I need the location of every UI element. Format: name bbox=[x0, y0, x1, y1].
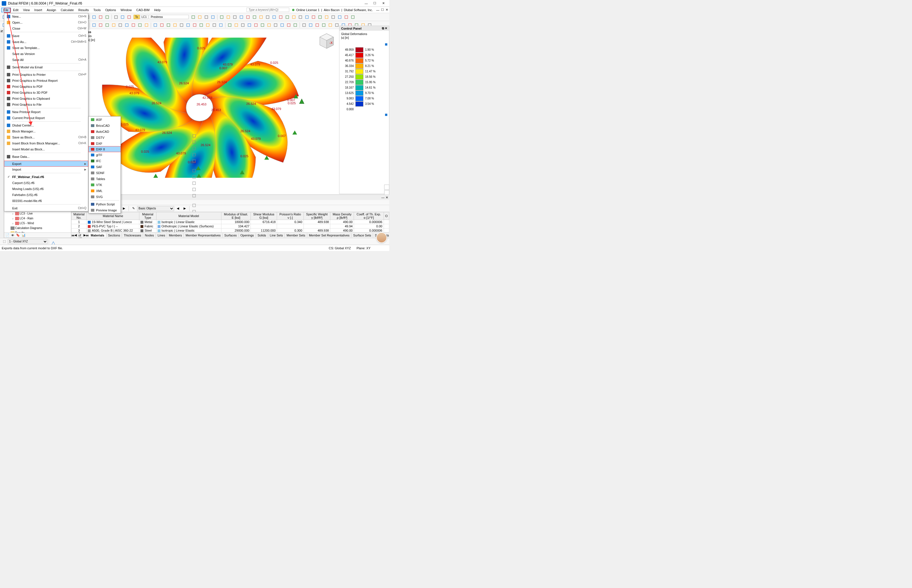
toolbar-button[interactable] bbox=[265, 14, 271, 20]
toolbar-button[interactable] bbox=[314, 22, 320, 28]
table-tab[interactable]: Nodes bbox=[143, 233, 156, 237]
table-toolbar-button[interactable] bbox=[191, 133, 197, 139]
file-menu-item[interactable]: Carport (US).rf6 bbox=[4, 180, 88, 186]
export-item-svg[interactable]: SVG bbox=[89, 194, 121, 200]
file-menu-item[interactable]: Send Model via Email bbox=[4, 64, 88, 70]
toolbar-button[interactable] bbox=[210, 14, 216, 20]
toolbar-button[interactable] bbox=[159, 22, 165, 28]
export-item-dstv[interactable]: DSTV bbox=[89, 134, 121, 141]
export-item-tables[interactable]: Tables bbox=[89, 176, 121, 182]
toolbar-button[interactable] bbox=[286, 22, 292, 28]
col-header[interactable]: MaterialNo. bbox=[71, 212, 87, 220]
file-menu-item[interactable]: Current Printout Report bbox=[4, 115, 88, 121]
export-submenu[interactable]: ASFBricsCADAutoCADDSTVDXFDXF IIglTFIFCSA… bbox=[88, 116, 121, 213]
file-menu-item[interactable]: Print Graphics to PrinterCtrl+P bbox=[4, 71, 88, 78]
nav-bottom-icon[interactable]: 📊 bbox=[22, 233, 26, 237]
cs-icon[interactable]: ⬚ bbox=[1, 239, 7, 245]
table-tab[interactable]: Thicknesses bbox=[122, 233, 143, 237]
export-item-xml[interactable]: XML bbox=[89, 188, 121, 194]
combo-case[interactable]: Prestress bbox=[149, 15, 189, 19]
file-menu-item[interactable]: Print Graphics to PDF bbox=[4, 84, 88, 89]
toolbar-button[interactable] bbox=[284, 14, 290, 20]
table-tab[interactable]: Member Set Representatives bbox=[307, 233, 351, 237]
toolbar-button[interactable] bbox=[330, 14, 336, 20]
toolbar-button[interactable] bbox=[323, 14, 330, 20]
coord-system-select[interactable]: 1 - Global XYZ bbox=[8, 239, 48, 244]
table-tab[interactable]: Materials bbox=[89, 233, 106, 237]
toolbar-button[interactable] bbox=[259, 22, 266, 28]
toolbar-button[interactable] bbox=[266, 22, 272, 28]
toolbar-button[interactable] bbox=[124, 22, 130, 28]
file-menu-item[interactable]: Save as Block...Ctrl+B bbox=[4, 134, 88, 140]
toolbar-button[interactable] bbox=[253, 22, 259, 28]
toolbar-button[interactable] bbox=[165, 22, 171, 28]
toolbar-button[interactable] bbox=[297, 14, 304, 20]
menu-view[interactable]: View bbox=[21, 8, 32, 12]
toolbar-button[interactable] bbox=[251, 14, 258, 20]
file-menu-item[interactable]: Open...Ctrl+O bbox=[4, 19, 88, 25]
tab-nav-icon[interactable]: ◀ bbox=[74, 233, 77, 237]
export-item-ifc[interactable]: IFC bbox=[89, 158, 121, 164]
nav2-prev-icon[interactable]: ◀ bbox=[175, 205, 181, 212]
tables-close-icon[interactable]: ✕ bbox=[386, 196, 388, 199]
toolbar-button[interactable] bbox=[232, 14, 238, 20]
export-item-asf[interactable]: ASF bbox=[89, 116, 121, 123]
file-menu-item[interactable]: ExitCtrl+Q bbox=[4, 205, 88, 211]
col-header[interactable]: Modulus of Elast.E [ksi] bbox=[221, 212, 251, 220]
toolbar-button[interactable] bbox=[104, 22, 110, 28]
toolbar-button[interactable] bbox=[143, 22, 150, 28]
table-toolbar-button[interactable] bbox=[191, 202, 197, 208]
cp-close-icon[interactable]: ✕ bbox=[385, 26, 387, 30]
toolbar-button[interactable] bbox=[279, 22, 285, 28]
toolbar-button[interactable] bbox=[233, 22, 239, 28]
export-item-gltf[interactable]: glTF bbox=[89, 152, 121, 158]
menu-window[interactable]: Window bbox=[118, 8, 134, 12]
help-icon[interactable]: ☐ bbox=[381, 8, 384, 12]
file-menu-item[interactable]: ✓FF_Webinar_Final.rf6 bbox=[4, 174, 88, 180]
toolbar-button[interactable] bbox=[190, 14, 196, 20]
keyword-search[interactable] bbox=[247, 8, 289, 12]
tables-minimize-icon[interactable]: — bbox=[381, 196, 385, 199]
tab-nav-icon[interactable]: ⏭ bbox=[86, 234, 89, 237]
table-toolbar-button[interactable] bbox=[191, 174, 197, 180]
toolbar-button[interactable] bbox=[301, 22, 307, 28]
menu-options[interactable]: Options bbox=[103, 8, 118, 12]
file-menu-item[interactable]: SaveCtrl+S bbox=[4, 33, 88, 39]
toolbar-button[interactable] bbox=[245, 14, 251, 20]
file-menu-item[interactable]: Print Graphics to 3D PDF bbox=[4, 89, 88, 95]
toolbar-button[interactable] bbox=[238, 14, 244, 20]
toolbar-button[interactable] bbox=[225, 14, 231, 20]
toolbar-button[interactable] bbox=[226, 22, 233, 28]
combo-lc[interactable]: LC1 bbox=[140, 15, 148, 19]
file-menu-item[interactable]: Insert Block from Block Manager...Ctrl+K bbox=[4, 140, 88, 146]
table-tab[interactable]: Member Representatives bbox=[184, 233, 223, 237]
table-tab[interactable]: Member Sets bbox=[285, 233, 307, 237]
toolbar-button[interactable] bbox=[104, 14, 110, 20]
toolbar-button[interactable] bbox=[185, 22, 191, 28]
nav-bottom-icon[interactable]: 📄 bbox=[5, 233, 10, 237]
export-item-dxf-ii[interactable]: DXF II bbox=[88, 146, 121, 152]
menu-tools[interactable]: Tools bbox=[91, 8, 103, 12]
toolbar-button[interactable] bbox=[272, 22, 279, 28]
table-tab[interactable]: Surfaces bbox=[223, 233, 239, 237]
menu-insert[interactable]: Insert bbox=[32, 8, 44, 12]
maximize-button[interactable]: ☐ bbox=[370, 0, 379, 6]
toolbar-button[interactable] bbox=[152, 22, 158, 28]
toolbar-button[interactable] bbox=[111, 22, 117, 28]
table-tab[interactable]: Openings bbox=[239, 233, 256, 237]
table-tab[interactable]: Surface Sets bbox=[351, 233, 373, 237]
toolbar-button[interactable] bbox=[113, 14, 119, 20]
export-item-python-script[interactable]: Python Script bbox=[89, 201, 121, 207]
toolbar-button[interactable] bbox=[97, 22, 104, 28]
table-toolbar-button[interactable] bbox=[191, 145, 197, 152]
toolbar-button[interactable] bbox=[91, 22, 97, 28]
export-item-bricscad[interactable]: BricsCAD bbox=[89, 123, 121, 129]
materials-grid[interactable]: MaterialNo.Material NameMaterialTypeMate… bbox=[71, 212, 389, 232]
file-menu-item[interactable]: Print Graphics to Printout Report bbox=[4, 78, 88, 84]
toolbar-button[interactable] bbox=[137, 22, 143, 28]
toolbar-button[interactable] bbox=[321, 22, 327, 28]
menu-results[interactable]: Results bbox=[76, 8, 91, 12]
file-menu-item[interactable]: Export▶ bbox=[4, 161, 88, 166]
export-item-autocad[interactable]: AutoCAD bbox=[89, 129, 121, 134]
table-tab[interactable]: Members bbox=[167, 233, 184, 237]
